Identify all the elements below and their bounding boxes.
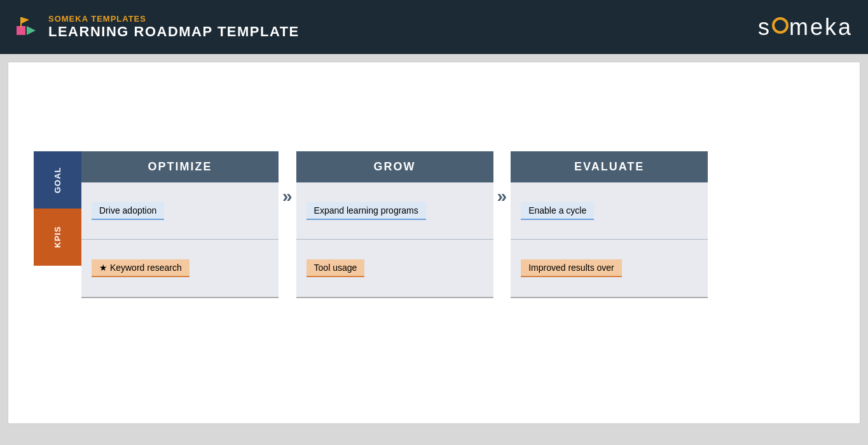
page-title: LEARNING ROADMAP TEMPLATE: [48, 24, 300, 40]
arrow-2: »: [497, 186, 507, 207]
column-grow: GROW Expand learning programs Tool usage: [296, 151, 493, 298]
top-bar: SOMEKA TEMPLATES LEARNING ROADMAP TEMPLA…: [0, 0, 868, 54]
goal-tag-optimize: Drive adoption: [92, 202, 164, 220]
goal-tag-evaluate: Enable a cycle: [521, 202, 594, 220]
someka-wordmark: s meka: [758, 14, 853, 41]
column-header-evaluate: EVALUATE: [511, 151, 708, 182]
cell-evaluate-goal: Enable a cycle: [511, 182, 708, 240]
svg-marker-1: [27, 26, 36, 35]
column-body-optimize: Drive adoption ★ Keyword research: [81, 182, 279, 298]
column-evaluate: EVALUATE Enable a cycle Improved results…: [511, 151, 708, 298]
kpi-tag-optimize: ★ Keyword research: [92, 259, 189, 277]
arrow-1: »: [282, 186, 293, 207]
cell-optimize-kpi: ★ Keyword research: [81, 240, 279, 297]
row-labels: GOAL KPIs: [34, 151, 81, 266]
kpi-tag-evaluate: Improved results over: [521, 259, 622, 277]
wordmark-circle: [772, 17, 789, 34]
wordmark-rest: meka: [789, 14, 853, 41]
cell-optimize-goal: Drive adoption: [81, 182, 279, 240]
title-block: SOMEKA TEMPLATES LEARNING ROADMAP TEMPLA…: [48, 14, 300, 40]
cell-evaluate-kpi: Improved results over: [511, 240, 708, 297]
column-body-evaluate: Enable a cycle Improved results over: [511, 182, 708, 298]
cell-grow-kpi: Tool usage: [296, 240, 493, 297]
column-header-optimize: OPTIMIZE: [81, 151, 279, 182]
roadmap-container: GOAL KPIs OPTIMIZE Drive adoption ★ Keyw…: [34, 151, 847, 298]
column-body-grow: Expand learning programs Tool usage: [296, 182, 493, 298]
columns-wrapper: OPTIMIZE Drive adoption ★ Keyword resear…: [81, 151, 708, 298]
column-optimize: OPTIMIZE Drive adoption ★ Keyword resear…: [81, 151, 279, 298]
svg-rect-0: [17, 26, 25, 35]
logo-icon: [15, 15, 41, 40]
brand-name: SOMEKA TEMPLATES: [48, 14, 300, 24]
column-header-grow: GROW: [296, 151, 493, 182]
wordmark-text: s: [758, 14, 771, 41]
main-content: GOAL KPIs OPTIMIZE Drive adoption ★ Keyw…: [8, 62, 860, 424]
kpi-tag-grow: Tool usage: [307, 259, 365, 277]
goal-tag-grow: Expand learning programs: [307, 202, 426, 220]
svg-rect-2: [20, 17, 22, 27]
top-bar-left: SOMEKA TEMPLATES LEARNING ROADMAP TEMPLA…: [15, 14, 300, 40]
row-label-goal: GOAL: [34, 151, 81, 209]
cell-grow-goal: Expand learning programs: [296, 182, 493, 240]
svg-marker-3: [22, 17, 29, 24]
row-label-kpis: KPIs: [34, 209, 81, 266]
